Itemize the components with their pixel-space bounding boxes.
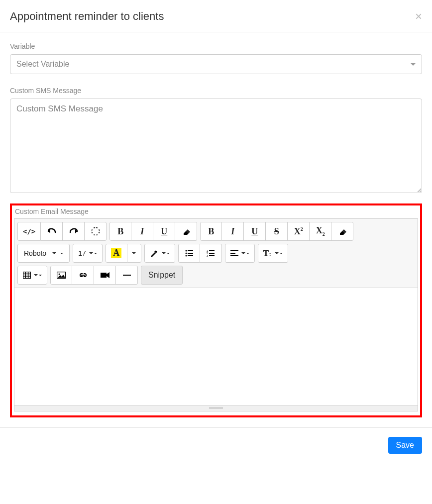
caret-down-icon — [275, 252, 279, 254]
font-size-value: 17 — [78, 249, 86, 257]
svg-rect-3 — [188, 253, 193, 254]
list-ul-icon — [185, 250, 193, 257]
variable-select-placeholder: Select Variable — [16, 60, 69, 69]
underline-button[interactable]: U — [153, 222, 175, 241]
snippet-button[interactable]: Snippet — [141, 266, 183, 285]
caret-down-icon — [34, 274, 38, 276]
styles-dropdown[interactable] — [144, 244, 175, 263]
font-color-icon: A — [111, 248, 121, 258]
font-color-dropdown[interactable] — [127, 244, 141, 263]
subscript-icon: X2 — [316, 226, 325, 237]
list-ol-icon: 123 — [207, 250, 215, 257]
email-label: Custom Email Message — [14, 207, 418, 215]
svg-rect-12 — [230, 250, 238, 251]
strikethrough-button[interactable]: S — [266, 222, 288, 241]
underline-icon: U — [251, 227, 258, 236]
caret-down-icon — [60, 253, 63, 254]
editor-toolbar: </> B I U — [14, 219, 418, 288]
italic-button[interactable]: I — [131, 222, 153, 241]
strikethrough-icon: S — [274, 227, 279, 236]
align-icon — [230, 250, 238, 256]
link-button[interactable] — [72, 266, 94, 285]
svg-rect-5 — [188, 255, 193, 256]
svg-rect-11 — [209, 255, 215, 256]
svg-text:3: 3 — [207, 254, 208, 257]
picture-icon — [57, 272, 66, 279]
font-family-value: Roboto — [24, 249, 46, 257]
caret-down-icon — [411, 63, 416, 66]
sms-label: Custom SMS Message — [10, 87, 422, 95]
caret-down-icon — [52, 252, 56, 254]
font-family-dropdown[interactable]: Roboto — [17, 244, 70, 263]
sms-textarea[interactable] — [10, 99, 422, 193]
caret-down-icon — [246, 253, 249, 254]
eraser-icon — [182, 228, 190, 235]
underline-icon: U — [161, 227, 167, 236]
table-dropdown[interactable] — [17, 266, 47, 285]
link-icon — [79, 273, 88, 278]
svg-rect-15 — [23, 272, 31, 279]
code-view-button[interactable]: </> — [17, 222, 41, 241]
font-size-dropdown[interactable]: 17 — [73, 244, 103, 263]
bold-icon: B — [208, 227, 214, 236]
code-icon: </> — [23, 227, 35, 235]
line-height-dropdown[interactable]: T↕ — [258, 244, 288, 263]
caret-down-icon — [132, 252, 136, 254]
caret-down-icon — [39, 275, 42, 276]
clear-format-button[interactable] — [331, 222, 353, 241]
close-icon: × — [415, 9, 422, 23]
italic-icon: I — [140, 227, 144, 236]
horizontal-rule-button[interactable] — [116, 266, 138, 285]
caret-down-icon — [94, 253, 97, 254]
email-section-highlight: Custom Email Message </> — [10, 203, 422, 417]
paragraph-dropdown[interactable] — [225, 244, 255, 263]
variable-label: Variable — [10, 42, 422, 50]
table-icon — [23, 272, 31, 279]
bold-button[interactable]: B — [109, 222, 131, 241]
subscript-button[interactable]: X2 — [310, 222, 331, 241]
superscript-icon: X2 — [294, 227, 303, 236]
caret-down-icon — [280, 253, 283, 254]
caret-down-icon — [241, 252, 245, 254]
fullscreen-icon — [92, 227, 100, 235]
redo-button[interactable] — [63, 222, 85, 241]
email-editor[interactable] — [14, 288, 418, 405]
picture-button[interactable] — [50, 266, 72, 285]
eraser-button[interactable] — [175, 222, 197, 241]
caret-down-icon — [89, 252, 93, 254]
hr-icon — [123, 274, 131, 276]
bold-icon: B — [117, 227, 123, 236]
font-color-button[interactable]: A — [106, 244, 127, 263]
svg-point-21 — [59, 274, 60, 275]
line-height-icon: T↕ — [263, 248, 272, 258]
italic-icon: I — [231, 227, 234, 236]
grip-icon — [209, 407, 223, 409]
svg-point-0 — [185, 250, 187, 252]
svg-rect-14 — [230, 255, 238, 256]
close-button[interactable]: × — [415, 10, 422, 22]
editor-resize-handle[interactable] — [14, 405, 418, 411]
underline2-button[interactable]: U — [244, 222, 266, 241]
modal-title: Appointment reminder to clients — [10, 10, 164, 23]
bold2-button[interactable]: B — [200, 222, 222, 241]
superscript-button[interactable]: X2 — [288, 222, 310, 241]
unordered-list-button[interactable] — [178, 244, 200, 263]
video-button[interactable] — [94, 266, 116, 285]
svg-rect-22 — [101, 273, 107, 278]
svg-rect-23 — [123, 275, 131, 276]
video-icon — [101, 272, 109, 278]
svg-point-4 — [185, 255, 187, 257]
fullscreen-button[interactable] — [85, 222, 107, 241]
svg-rect-9 — [209, 253, 215, 254]
redo-icon — [69, 228, 78, 235]
svg-rect-13 — [230, 253, 235, 254]
italic2-button[interactable]: I — [222, 222, 244, 241]
eraser-icon — [338, 228, 346, 235]
save-button[interactable]: Save — [388, 437, 422, 454]
magic-icon — [150, 249, 159, 257]
variable-select[interactable]: Select Variable — [10, 54, 422, 74]
svg-rect-1 — [188, 250, 193, 251]
undo-button[interactable] — [41, 222, 63, 241]
ordered-list-button[interactable]: 123 — [200, 244, 222, 263]
caret-down-icon — [162, 252, 166, 254]
